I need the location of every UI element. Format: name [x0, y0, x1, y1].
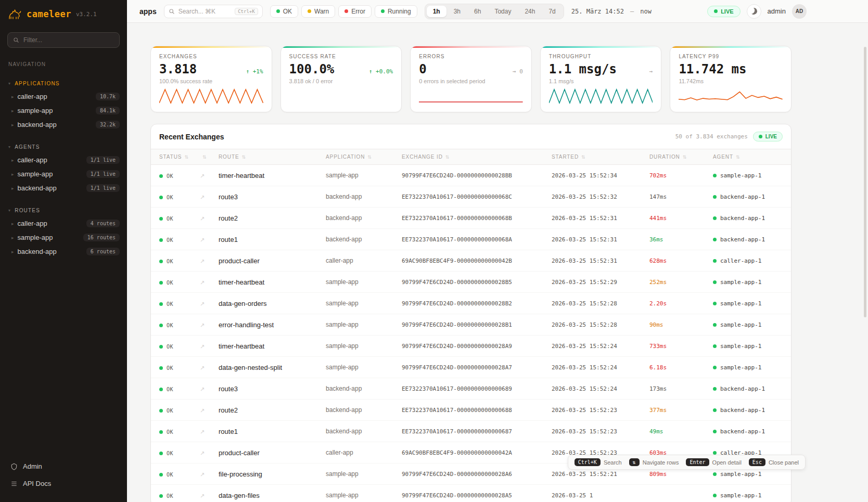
section-title[interactable]: ▾APPLICATIONS	[0, 79, 127, 89]
table-row[interactable]: OK↗route3backend-appEE7322370A10617-0000…	[151, 378, 792, 400]
expand-icon[interactable]: ↗	[200, 279, 205, 286]
filter-chip-error[interactable]: Error	[338, 5, 372, 18]
column-header-application[interactable]: APPLICATION⇅	[322, 149, 398, 165]
agent-dot	[713, 280, 717, 284]
sidebar-section-routes: ▾ROUTES▸caller-app4 routes▸sample-app16 …	[0, 205, 127, 259]
scrollbar[interactable]	[864, 47, 866, 317]
expand-icon[interactable]: ↗	[200, 365, 205, 371]
expand-icon[interactable]: ↗	[200, 301, 205, 307]
avatar[interactable]: AD	[792, 4, 807, 19]
date-range-control[interactable]: 25. März 14:52 — now	[571, 8, 652, 15]
sidebar-item-backend-app[interactable]: ▸backend-app1/1 live	[0, 181, 127, 195]
column-header-agent[interactable]: AGENT⇅	[709, 149, 792, 165]
date-range-separator: —	[630, 8, 634, 15]
sidebar-item-label: backend-app	[18, 121, 57, 128]
stat-card-latency: LATENCY P9911.742 ms11.742ms	[670, 46, 792, 112]
expand-icon[interactable]: ↗	[200, 471, 205, 478]
card-accent-bar	[541, 46, 661, 48]
app-logo[interactable]: cameleer v3.2.1	[0, 0, 127, 30]
chip-label: Warn	[314, 8, 329, 15]
route-cell: data-gen-files	[214, 485, 322, 502]
theme-toggle-button[interactable]	[747, 4, 761, 19]
expand-icon[interactable]: ↗	[200, 493, 205, 499]
time-range-7d[interactable]: 7d	[542, 6, 561, 17]
table-row[interactable]: OK↗route2backend-appEE7322370A10617-0000…	[151, 208, 792, 229]
sidebar-item-caller-app[interactable]: ▸caller-app4 routes	[0, 216, 127, 230]
section-title[interactable]: ▾AGENTS	[0, 142, 127, 153]
search-input[interactable]	[178, 8, 231, 15]
sidebar-item-backend-app[interactable]: ▸backend-app6 routes	[0, 244, 127, 259]
sidebar-footer-api-docs[interactable]: API Docs	[7, 475, 120, 492]
sidebar-item-sample-app[interactable]: ▸sample-app1/1 live	[0, 167, 127, 181]
item-badge: 32.2k	[96, 121, 120, 128]
table-row[interactable]: OK↗product-callercaller-app69AC90BF8EBC4…	[151, 250, 792, 272]
time-range-today[interactable]: Today	[488, 6, 517, 17]
table-live-badge[interactable]: LIVE	[753, 132, 783, 141]
sidebar-item-caller-app[interactable]: ▸caller-app1/1 live	[0, 153, 127, 167]
table-row[interactable]: OK↗route1backend-appEE7322370A10617-0000…	[151, 229, 792, 250]
time-range-1h[interactable]: 1h	[427, 6, 446, 17]
search-box[interactable]: Ctrl+K	[164, 5, 263, 18]
sidebar-footer-admin[interactable]: Admin	[7, 458, 120, 474]
shortcut-label: Close panel	[769, 459, 799, 466]
sidebar-item-sample-app[interactable]: ▸sample-app84.1k	[0, 104, 127, 118]
item-badge: 4 routes	[86, 220, 120, 227]
column-header-status[interactable]: STATUS⇅	[151, 149, 196, 165]
time-range-24h[interactable]: 24h	[518, 6, 541, 17]
expand-icon[interactable]: ↗	[200, 258, 205, 264]
started-cell: 2026-03-25 15:52:31	[547, 250, 645, 272]
table-row[interactable]: OK↗timer-heartbeatsample-app90799F47E6CD…	[151, 336, 792, 357]
table-row[interactable]: OK↗timer-heartbeatsample-app90799F47E6CD…	[151, 272, 792, 293]
table-row[interactable]: OK↗route3backend-appEE7322370A10617-0000…	[151, 186, 792, 208]
expand-icon[interactable]: ↗	[200, 215, 205, 222]
status-dot	[159, 409, 163, 413]
time-range-6h[interactable]: 6h	[468, 6, 487, 17]
table-row[interactable]: OK↗data-gen-filessample-app90799F47E6CD2…	[151, 485, 792, 502]
expand-icon[interactable]: ↗	[200, 429, 205, 435]
table-row[interactable]: OK↗data-gen-nested-splitsample-app90799F…	[151, 357, 792, 378]
expand-icon[interactable]: ↗	[200, 407, 205, 414]
sparkline-chart	[419, 87, 523, 105]
sidebar-item-sample-app[interactable]: ▸sample-app16 routes	[0, 230, 127, 244]
column-header-route[interactable]: ROUTE⇅	[214, 149, 322, 165]
status-dot	[159, 494, 163, 498]
table-row[interactable]: OK↗error-handling-testsample-app90799F47…	[151, 314, 792, 336]
sidebar-item-caller-app[interactable]: ▸caller-app10.7k	[0, 89, 127, 104]
expand-icon[interactable]: ↗	[200, 450, 205, 456]
live-status-badge[interactable]: LIVE	[707, 6, 740, 17]
status-cell: OK	[151, 272, 196, 293]
expand-icon[interactable]: ↗	[200, 194, 205, 200]
sidebar-filter-input[interactable]	[23, 36, 114, 44]
expand-icon[interactable]: ↗	[200, 343, 205, 350]
live-label: LIVE	[765, 134, 777, 139]
column-header-expand[interactable]: ⇅	[196, 149, 214, 165]
table-row[interactable]: OK↗route1backend-appEE7322370A10617-0000…	[151, 421, 792, 442]
filter-chip-ok[interactable]: OK	[270, 5, 298, 18]
table-header-row: STATUS⇅⇅ROUTE⇅APPLICATION⇅EXCHANGE ID⇅ST…	[151, 149, 792, 165]
sidebar-item-label: caller-app	[18, 156, 47, 164]
expand-icon[interactable]: ↗	[200, 322, 205, 328]
column-label: AGENT	[713, 154, 733, 160]
filter-chip-warn[interactable]: Warn	[301, 5, 335, 18]
expand-cell: ↗	[196, 250, 214, 272]
table-row[interactable]: OK↗data-gen-orderssample-app90799F47E6CD…	[151, 293, 792, 314]
sidebar-filter-wrapper[interactable]	[7, 32, 120, 48]
column-header-started[interactable]: STARTED⇅	[547, 149, 645, 165]
status-cell: OK	[151, 165, 196, 186]
column-header-duration[interactable]: DURATION⇅	[645, 149, 709, 165]
sidebar-item-backend-app[interactable]: ▸backend-app32.2k	[0, 118, 127, 132]
expand-icon[interactable]: ↗	[200, 173, 205, 179]
section-title[interactable]: ▾ROUTES	[0, 205, 127, 216]
expand-icon[interactable]: ↗	[200, 237, 205, 243]
table-row[interactable]: OK↗timer-heartbeatsample-app90799F47E6CD…	[151, 165, 792, 186]
time-range-3h[interactable]: 3h	[448, 6, 467, 17]
application-cell: caller-app	[322, 250, 398, 272]
filter-chip-running[interactable]: Running	[375, 5, 417, 18]
application-cell: sample-app	[322, 293, 398, 314]
expand-icon[interactable]: ↗	[200, 386, 205, 392]
column-header-exchange-id[interactable]: EXCHANGE ID⇅	[398, 149, 547, 165]
table-row[interactable]: OK↗route2backend-appEE7322370A10617-0000…	[151, 400, 792, 421]
chip-label: Error	[351, 8, 365, 15]
keyboard-shortcuts-bar: Ctrl+KSearch⇅Navigate rowsEnterOpen deta…	[568, 455, 806, 470]
started-cell: 2026-03-25 15:52:34	[547, 165, 645, 186]
